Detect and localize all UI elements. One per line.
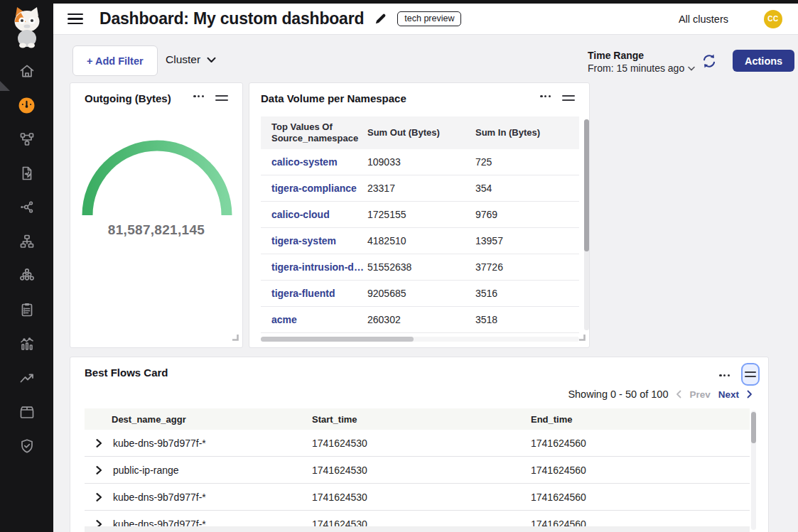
end-time: 1741624560: [531, 438, 750, 449]
sum-in-value: 354: [475, 183, 574, 194]
table-row: tigera-intrusion-d… 51552638 37726: [261, 254, 579, 281]
sitemap-icon: [18, 233, 36, 250]
calico-cat-logo[interactable]: [0, 0, 53, 54]
user-avatar[interactable]: CC: [764, 10, 782, 28]
table-row: calico-system 109033 725: [261, 149, 579, 175]
namespace-link[interactable]: calico-system: [261, 156, 367, 168]
cluster-nodes-icon: [18, 267, 36, 284]
namespace-link[interactable]: calico-cloud: [261, 209, 367, 220]
tech-preview-badge: tech preview: [397, 11, 461, 26]
table-row: calico-cloud 1725155 9769: [261, 202, 579, 228]
column-header: Sum Out (Bytes): [367, 127, 475, 139]
sidebar-item-clusters[interactable]: [0, 259, 53, 293]
card-resize-handle[interactable]: [231, 331, 239, 344]
card-menu-ellipsis-icon[interactable]: [537, 92, 554, 100]
card-title: Data Volume per Namespace: [261, 92, 406, 104]
menu-hamburger-icon[interactable]: [68, 13, 83, 25]
topbar: Dashboard: My custom dashboard tech prev…: [53, 4, 798, 35]
network-share-icon: [18, 199, 36, 216]
sum-out-value: 9205685: [367, 288, 475, 299]
stats-chart-icon: [18, 335, 36, 352]
table-row: tigera-fluentd 9205685 3516: [261, 281, 579, 307]
card-drag-handle-icon[interactable]: [212, 92, 231, 104]
gauge-value: 81,587,821,145: [70, 222, 242, 238]
card-resize-handle[interactable]: [578, 331, 586, 344]
sum-out-value: 51552638: [367, 261, 475, 273]
cluster-filter-dropdown[interactable]: Cluster: [166, 53, 216, 66]
sidebar-item-workloads[interactable]: [0, 395, 53, 429]
sum-out-value: 23317: [367, 183, 475, 194]
sum-in-value: 37726: [475, 261, 574, 273]
horizontal-scrollbar[interactable]: [261, 337, 579, 342]
sidebar-item-policies[interactable]: [0, 156, 53, 190]
actions-button[interactable]: Actions: [733, 50, 794, 72]
dest-name: kube-dns-9b7d977f-*: [113, 492, 206, 503]
end-time: 1741624560: [531, 465, 750, 476]
dest-name: public-ip-range: [113, 465, 179, 476]
page-title: Dashboard: My custom dashboard: [99, 9, 364, 28]
sum-in-value: 3516: [475, 288, 574, 299]
sum-out-value: 260302: [367, 314, 475, 325]
sum-in-value: 9769: [475, 209, 574, 220]
end-time: 1741624560: [531, 519, 750, 527]
sidebar-item-sitemap[interactable]: [0, 224, 53, 259]
pagination: Showing 0 - 50 of 100 Prev Next: [568, 389, 753, 400]
best-flows-card: Best Flows Card Showing 0 - 50 of 100 Pr…: [70, 357, 769, 532]
start-time: 1741624530: [312, 492, 531, 503]
card-menu-ellipsis-icon[interactable]: [716, 371, 733, 379]
refresh-button[interactable]: [701, 53, 718, 70]
namespace-table: Top Values Of Source_namespace Sum Out (…: [261, 116, 579, 333]
cluster-selector[interactable]: All clusters: [679, 13, 728, 25]
card-drag-handle-icon[interactable]: [559, 92, 578, 104]
namespace-link[interactable]: acme: [261, 314, 367, 325]
horizontal-scrollbar[interactable]: [85, 526, 750, 532]
namespace-link[interactable]: tigera-compliance: [261, 183, 367, 194]
flows-table: Dest_name_aggr Start_time End_time kube-…: [85, 408, 750, 526]
sum-out-value: 1725155: [367, 209, 475, 220]
pagination-status: Showing 0 - 50 of 100: [568, 389, 668, 400]
sum-in-value: 13957: [475, 235, 574, 246]
add-filter-button[interactable]: + Add Filter: [72, 45, 158, 76]
dest-name: kube-dns-9b7d977f-*: [113, 438, 206, 449]
main-content: + Add Filter Cluster Time Range From: 15…: [53, 35, 798, 532]
time-range-widget: Time Range From: 15 minutes ago: [588, 50, 695, 74]
card-menu-ellipsis-icon[interactable]: [190, 92, 207, 100]
expand-row-chevron-icon[interactable]: [94, 438, 104, 448]
time-range-label: Time Range: [588, 50, 695, 61]
sidebar-item-trends[interactable]: [0, 361, 53, 395]
chevron-right-icon: [747, 390, 753, 398]
table-header-row: Top Values Of Source_namespace Sum Out (…: [261, 116, 579, 149]
sidebar-item-flow-visualizer[interactable]: [0, 190, 53, 224]
namespace-link[interactable]: tigera-fluentd: [261, 288, 367, 299]
table-header-row: Dest_name_aggr Start_time End_time: [85, 408, 750, 430]
table-row: tigera-system 4182510 13957: [261, 228, 579, 254]
edit-dashboard-pencil-icon[interactable]: [374, 12, 387, 26]
namespace-link[interactable]: tigera-intrusion-d…: [261, 261, 367, 273]
start-time: 1741624530: [312, 438, 531, 449]
service-graph-icon: [18, 131, 36, 148]
cluster-filter-label: Cluster: [166, 53, 200, 66]
sidebar-item-statistics[interactable]: [0, 327, 53, 361]
clipboard-list-icon: [18, 301, 36, 318]
table-row: kube-dns-9b7d977f-* 1741624530 174162456…: [85, 430, 750, 457]
table-row: kube-dns-9b7d977f-* 1741624530 174162456…: [85, 484, 750, 511]
prev-page-button[interactable]: Prev: [689, 389, 710, 400]
sidebar-item-security[interactable]: [0, 429, 53, 463]
vertical-scrollbar[interactable]: [751, 411, 756, 530]
card-drag-handle-focused[interactable]: [741, 363, 760, 386]
time-range-value[interactable]: From: 15 minutes ago: [588, 63, 695, 74]
namespace-link[interactable]: tigera-system: [261, 235, 367, 246]
sidebar-item-dashboards-active[interactable]: [0, 88, 53, 122]
next-page-button[interactable]: Next: [718, 389, 739, 400]
card-title: Best Flows Card: [85, 367, 168, 379]
expand-row-chevron-icon[interactable]: [94, 465, 104, 475]
sum-out-value: 109033: [367, 156, 475, 168]
sidebar-item-reports[interactable]: [0, 293, 53, 327]
sum-out-value: 4182510: [367, 235, 475, 246]
sidebar-item-service-graph[interactable]: [0, 122, 53, 156]
expand-row-chevron-icon[interactable]: [94, 492, 104, 502]
sidebar-fold-decoration: [0, 81, 10, 91]
vertical-scrollbar[interactable]: [584, 119, 589, 330]
outgoing-bytes-card: Outgoing (Bytes) 81,587,821,145: [70, 82, 243, 348]
expand-row-chevron-icon[interactable]: [94, 519, 104, 527]
